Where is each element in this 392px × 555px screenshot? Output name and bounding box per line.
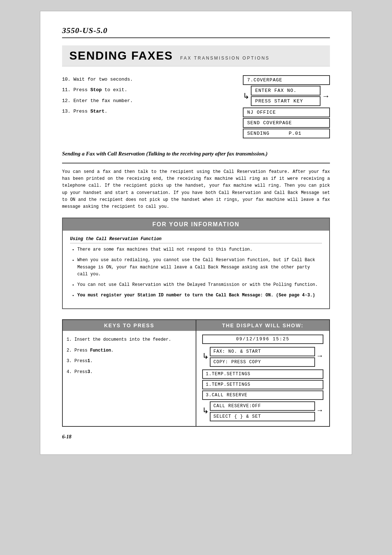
fyi-subheading: Using the Call Reservation Function <box>70 236 322 243</box>
step-12: 12. Enter the fax number. <box>62 97 232 105</box>
display-fax-no: FAX: NO. & START <box>210 347 315 356</box>
display-group-2: ↳ CALL RESERVE:OFF SELECT { } & SET → <box>202 401 323 422</box>
title-bar: SENDING FAXES FAX TRANSMISSION OPTIONS <box>62 45 330 66</box>
right-arrow-1-icon: → <box>316 347 323 364</box>
display-line-3: PRESS START KEY <box>251 96 320 106</box>
display-group-top: 7.COVERPAGE ↳ ENTER FAX NO. PRESS START … <box>243 75 330 139</box>
key-step-3: Press1. <box>74 357 190 365</box>
display-boxes-top: 7.COVERPAGE ↳ ENTER FAX NO. PRESS START … <box>243 75 330 139</box>
display-line-2: ENTER FAX NO. <box>251 86 320 96</box>
display-group-1: ↳ FAX: NO. & START COPY: PRESS COPY → <box>202 347 323 368</box>
fyi-content: Using the Call Reservation Function Ther… <box>63 231 329 308</box>
keys-column: KEYS TO PRESS Insert the documents into … <box>63 320 196 426</box>
display-header: THE DISPLAY WILL SHOW: <box>196 320 329 331</box>
key-step-4: Press3. <box>74 368 190 376</box>
display-copy-press: COPY: PRESS COPY <box>210 357 315 367</box>
key-step-1: Insert the documents into the feeder. <box>74 336 190 344</box>
page: 3550-US-5.0 SENDING FAXES FAX TRANSMISSI… <box>40 11 352 455</box>
keys-header: KEYS TO PRESS <box>63 320 196 331</box>
fyi-bullet-1: There are some fax machines that will no… <box>77 246 322 253</box>
step-13-pre: 13. Press <box>62 109 90 114</box>
step-11-pre: 11. Press <box>62 87 90 93</box>
display-select-set: SELECT { } & SET <box>210 412 315 421</box>
display-bracket-boxes: ENTER FAX NO. PRESS START KEY <box>251 86 320 107</box>
display-arrow-group: ↳ ENTER FAX NO. PRESS START KEY → <box>243 86 330 107</box>
key-step-2: Press Function. <box>74 347 190 355</box>
fyi-bullet-3: You can not use Call Reservation with th… <box>77 281 322 288</box>
fyi-bullet-2: When you use auto redialing, you cannot … <box>77 257 322 278</box>
display-temp-settings-1: 1.TEMP.SETTINGS <box>202 369 323 379</box>
page-footer: 6-18 <box>62 434 330 440</box>
display-call-reserve: 3.CALL RESERVE <box>202 390 323 400</box>
step-11-post: to exit. <box>102 87 127 93</box>
page-number: 6-18 <box>62 434 72 439</box>
page-header: 3550-US-5.0 <box>62 26 330 38</box>
step-13: 13. Press Start. <box>62 107 232 116</box>
step-11: 11. Press Stop to exit. <box>62 86 232 94</box>
fyi-list: There are some fax machines that will no… <box>70 246 322 299</box>
page-title-sub: FAX TRANSMISSION OPTIONS <box>180 56 270 61</box>
display-line-1: 7.COVERPAGE <box>243 75 330 85</box>
display-date: 09/12/1996 15:25 <box>202 335 323 344</box>
top-display-panel: 7.COVERPAGE ↳ ENTER FAX NO. PRESS START … <box>243 75 330 139</box>
body-paragraph: You can send a fax and then talk to the … <box>62 169 330 210</box>
display-column: THE DISPLAY WILL SHOW: 09/12/1996 15:25 … <box>196 320 329 426</box>
steps-display-row: 10. Wait for two seconds. 11. Press Stop… <box>62 75 330 139</box>
left-bracket-icon: ↳ <box>243 92 249 101</box>
step-13-post: . <box>105 109 107 114</box>
right-arrow-icon: → <box>322 92 330 101</box>
display-temp-settings-2: 1.TEMP.SETTINGS <box>202 380 323 389</box>
step-11-bold: Stop <box>90 87 102 93</box>
display-group-2-boxes: CALL RESERVE:OFF SELECT { } & SET <box>210 401 315 422</box>
fyi-bullet-4: You must register your Station ID number… <box>77 292 322 299</box>
version-number: 3550-US-5.0 <box>62 26 107 35</box>
page-title-main: SENDING FAXES <box>69 49 173 62</box>
display-call-reserve-off: CALL RESERVE:OFF <box>210 401 315 411</box>
display-line-4: NJ OFFICE <box>243 108 330 117</box>
fyi-box: FOR YOUR INFORMATION Using the Call Rese… <box>62 218 330 309</box>
fyi-header: FOR YOUR INFORMATION <box>63 218 329 231</box>
left-bracket-1-icon: ↳ <box>202 347 209 366</box>
display-line-5: SEND COVERPAGE <box>243 118 330 128</box>
right-arrow-2-icon: → <box>316 401 323 419</box>
bottom-section: KEYS TO PRESS Insert the documents into … <box>62 319 330 427</box>
step-13-bold: Start <box>90 109 105 114</box>
section-heading: Sending a Fax with Call Reservation (Tal… <box>62 150 330 158</box>
display-group-1-boxes: FAX: NO. & START COPY: PRESS COPY <box>210 347 315 368</box>
left-bracket-2-icon: ↳ <box>202 401 209 421</box>
step-10: 10. Wait for two seconds. <box>62 75 232 84</box>
keys-content: Insert the documents into the feeder. Pr… <box>63 331 196 384</box>
keys-list: Insert the documents into the feeder. Pr… <box>69 336 190 376</box>
display-content: 09/12/1996 15:25 ↳ FAX: NO. & START COPY… <box>196 331 329 426</box>
steps-column: 10. Wait for two seconds. 11. Press Stop… <box>62 75 232 118</box>
display-line-6: SENDING P.01 <box>243 129 330 138</box>
